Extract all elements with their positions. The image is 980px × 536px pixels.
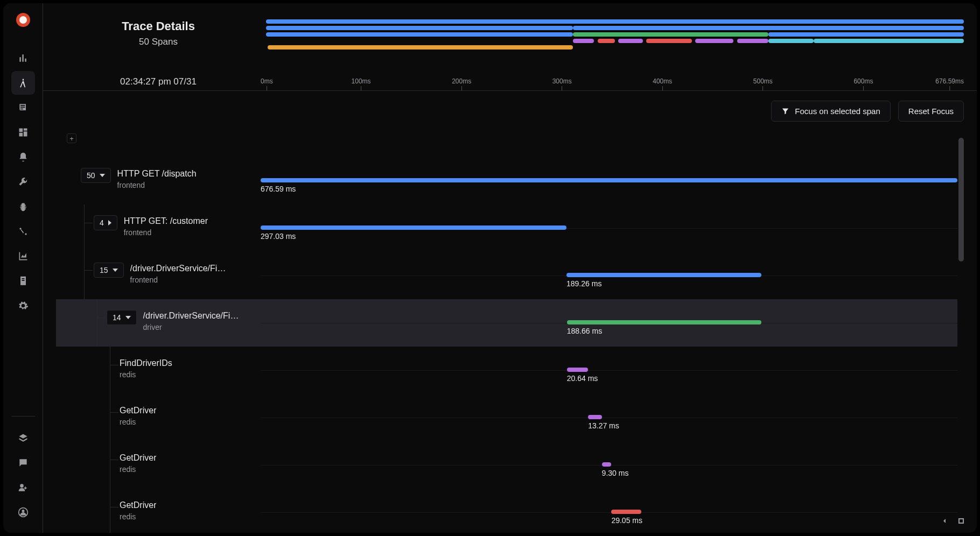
span-row[interactable]: 15/driver.DriverService/Find…frontend189… (56, 252, 957, 299)
nav-logs[interactable] (11, 96, 35, 119)
chevron-left-icon[interactable] (940, 517, 949, 525)
span-duration: 9.30 ms (602, 469, 629, 477)
tree-connector (84, 252, 85, 270)
overview-lane (266, 19, 964, 24)
span-bar[interactable] (567, 368, 588, 372)
span-bar[interactable] (261, 178, 957, 182)
span-children-badge[interactable]: 4 (94, 215, 117, 230)
axis-tick-mark (662, 86, 663, 90)
nav-metrics[interactable] (11, 46, 35, 70)
span-duration: 13.27 ms (588, 421, 619, 430)
sidebar (3, 3, 43, 533)
span-children-badge[interactable]: 50 (81, 168, 111, 183)
tree-connector (110, 365, 118, 365)
bug-icon (18, 201, 29, 212)
nav-invite[interactable] (11, 476, 35, 499)
span-name: GetDriver (120, 406, 156, 415)
bell-icon (18, 152, 29, 163)
span-row[interactable]: GetDriverredis13.27 ms (56, 394, 957, 441)
span-row[interactable]: 14/driver.DriverService/Find…driver188.6… (56, 299, 957, 347)
tree-connector (97, 318, 106, 318)
span-duration: 188.66 ms (567, 327, 602, 335)
span-bar[interactable] (261, 225, 566, 230)
span-row[interactable]: GetDriverredis29.05 ms (56, 489, 957, 533)
area-chart-icon (18, 251, 29, 262)
nav-account[interactable] (11, 500, 35, 524)
span-bar[interactable] (602, 462, 612, 467)
nav-settings[interactable] (11, 294, 35, 318)
nav-dashboards[interactable] (11, 121, 35, 144)
focus-span-button[interactable]: Focus on selected span (771, 101, 890, 122)
tree-connector (110, 507, 110, 533)
receipt-icon (18, 276, 29, 286)
overview-lane (266, 26, 964, 30)
time-axis: 0ms100ms200ms300ms400ms500ms600ms676.59m… (261, 75, 964, 90)
axis-tick-label: 100ms (352, 77, 371, 85)
span-duration: 20.64 ms (567, 374, 598, 383)
tree-connector (110, 394, 110, 412)
focus-span-label: Focus on selected span (795, 107, 880, 116)
chevron-right-icon (108, 220, 111, 225)
gear-icon (18, 300, 29, 311)
axis-tick-label: 200ms (452, 77, 471, 85)
axis-tick: 400ms (653, 77, 672, 90)
overview-segment (768, 39, 814, 43)
nav-billing[interactable] (11, 269, 35, 293)
pager (940, 517, 964, 525)
span-left-cell: GetDriverredis (56, 441, 261, 489)
trace-overview[interactable] (266, 18, 964, 56)
overview-segment (573, 32, 768, 37)
waterfall-area: + 50HTTP GET /dispatchfrontend676.59 ms4… (56, 132, 964, 533)
span-bar[interactable] (588, 415, 601, 419)
funnel-icon (781, 107, 789, 115)
app-logo (16, 13, 30, 27)
trace-timestamp: 02:34:27 pm 07/31 (56, 76, 261, 90)
nav-usage[interactable] (11, 244, 35, 268)
layers-icon (18, 433, 29, 443)
span-left-cell: GetDriverredis (56, 489, 261, 533)
nav-layers[interactable] (11, 426, 35, 450)
span-bar[interactable] (567, 320, 761, 325)
tree-connector (110, 412, 118, 413)
nav-service-map[interactable] (11, 220, 35, 243)
overview-segment (268, 45, 573, 50)
tree-connector (110, 460, 110, 489)
time-axis-row: 02:34:27 pm 07/31 0ms100ms200ms300ms400m… (43, 75, 977, 91)
controls-row: Focus on selected span Reset Focus (43, 91, 977, 122)
span-name: HTTP GET /dispatch (117, 169, 197, 179)
span-row[interactable]: 50HTTP GET /dispatchfrontend676.59 ms (56, 157, 957, 204)
svg-point-1 (22, 510, 24, 512)
tree-connector (84, 270, 85, 299)
reset-focus-button[interactable]: Reset Focus (898, 101, 964, 122)
span-row[interactable]: FindDriverIDsredis20.64 ms (56, 347, 957, 394)
tree-connector (84, 223, 93, 223)
span-service: redis (120, 418, 156, 426)
span-children-badge[interactable]: 15 (94, 263, 124, 278)
axis-tick-mark (267, 86, 267, 90)
nav-traces[interactable] (11, 71, 35, 95)
axis-tick: 500ms (753, 77, 773, 90)
overview-segment (646, 39, 691, 43)
tree-connector (110, 507, 118, 507)
nav-alerts[interactable] (11, 145, 35, 169)
span-children-badge[interactable]: 14 (107, 310, 137, 325)
span-service: driver (143, 323, 240, 332)
span-right-cell: 20.64 ms (261, 347, 957, 394)
nav-chat[interactable] (11, 451, 35, 475)
axis-tick: 200ms (452, 77, 471, 90)
span-name: FindDriverIDs (120, 358, 172, 368)
axis-tick-mark (562, 86, 562, 90)
chevron-down-icon (113, 269, 118, 272)
span-row[interactable]: 4HTTP GET: /customerfrontend297.03 ms (56, 204, 957, 252)
rows-host: 50HTTP GET /dispatchfrontend676.59 ms4HT… (56, 132, 964, 533)
span-service: frontend (130, 276, 227, 284)
overview-lane (266, 39, 964, 43)
span-bar[interactable] (566, 273, 761, 277)
nav-exceptions[interactable] (11, 170, 35, 194)
nav-pipelines[interactable] (11, 195, 35, 218)
span-bar[interactable] (611, 510, 641, 514)
span-row[interactable]: GetDriverredis9.30 ms (56, 441, 957, 489)
stop-icon[interactable] (958, 518, 964, 524)
span-service: frontend (124, 228, 208, 237)
badge-count: 15 (100, 266, 108, 274)
